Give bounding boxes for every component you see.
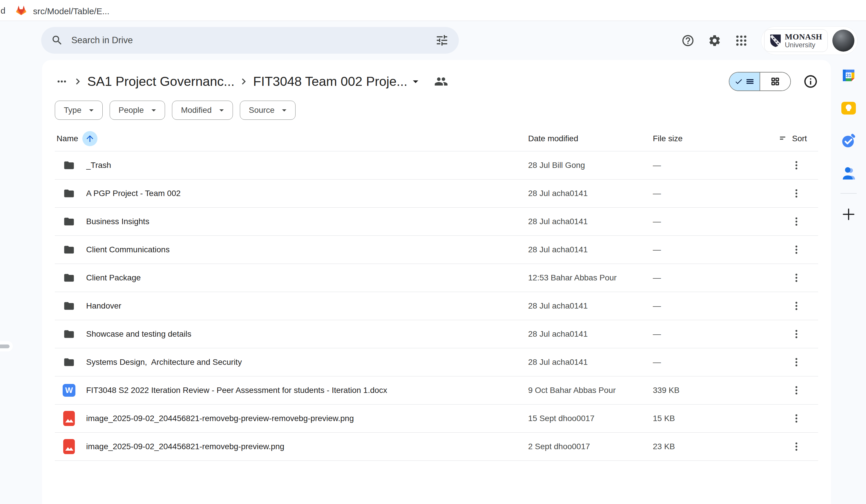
table-row[interactable]: Showcase and testing details28 Jul acha0… [55,320,818,348]
file-size: — [653,217,775,226]
table-row[interactable]: image_2025-09-02_204456821-removebg-prev… [55,404,818,433]
file-name: _Trash [86,161,111,170]
filter-chip-modified[interactable]: Modified [172,101,233,120]
file-name: image_2025-09-02_204456821-removebg-prev… [86,414,354,423]
row-menu-cell [775,158,818,173]
more-vert-icon[interactable] [789,158,804,173]
breadcrumb: SA1 Project Governanc... FIT3048 Team 00… [55,67,818,96]
account-pill: MONASH University [761,27,857,55]
filter-chips: Type People Modified Source [55,101,296,120]
dropdown-caret-icon [148,105,159,115]
chevron-right-icon [71,75,85,88]
file-name: FIT3048 S2 2022 Iteration Review - Peer … [86,386,387,395]
filter-chip-type[interactable]: Type [55,101,103,120]
gear-icon[interactable] [708,34,721,47]
more-vert-icon[interactable] [789,439,804,454]
column-header-size[interactable]: File size [653,134,775,143]
apps-grid-icon[interactable] [735,34,748,47]
file-name: Client Communications [86,245,170,254]
table-row[interactable]: Handover28 Jul acha0141— [55,292,818,320]
file-size: — [653,189,775,198]
table-body: _Trash28 Jul Bill Gong—A PGP Project - T… [55,152,818,461]
file-name-cell: Systems Design, Architecture and Securit… [55,356,528,369]
sort-icon [779,134,789,144]
list-view-toggle[interactable] [730,72,760,90]
header-actions: MONASH University [681,25,857,56]
info-icon[interactable] [803,74,818,89]
table-row[interactable]: Systems Design, Architecture and Securit… [55,348,818,377]
folder-icon [62,215,76,228]
breadcrumb-more-icon[interactable] [55,75,69,88]
table-row[interactable]: Client Communications28 Jul acha0141— [55,236,818,264]
file-size: — [653,161,775,170]
org-name-line2: University [785,42,822,48]
more-vert-icon[interactable] [789,214,804,229]
content-card: SA1 Project Governanc... FIT3048 Team 00… [42,60,831,504]
folder-icon [62,356,76,369]
file-name-cell: A PGP Project - Team 002 [55,187,528,200]
file-size: 15 KB [653,414,775,423]
search-bar[interactable] [41,27,459,54]
table-row[interactable]: A PGP Project - Team 00228 Jul acha0141— [55,179,818,208]
column-header-name[interactable]: Name [55,131,528,146]
date-modified: 28 Jul acha0141 [528,217,653,226]
dropdown-caret-icon [216,105,227,115]
file-name: image_2025-09-02_204456821-removebg-prev… [86,442,284,451]
folder-icon [62,187,76,200]
more-vert-icon[interactable] [789,186,804,201]
plus-icon[interactable] [841,206,857,222]
file-name: Client Package [86,273,141,282]
sort-arrow-up-icon[interactable] [82,131,98,146]
file-size: 23 KB [653,442,775,451]
more-vert-icon[interactable] [789,411,804,426]
google-drive-page: { "browser": { "tab_fragment": "d", "tab… [0,0,866,504]
svg-text:31: 31 [846,73,851,78]
row-menu-cell [775,214,818,229]
avatar[interactable] [832,30,854,52]
people-icon[interactable] [434,75,448,88]
file-name: Business Insights [86,217,149,226]
search-input[interactable] [71,35,435,46]
filter-chip-people[interactable]: People [110,101,165,120]
date-modified: 28 Jul acha0141 [528,189,653,198]
date-modified: 28 Jul acha0141 [528,245,653,254]
breadcrumb-parent[interactable]: SA1 Project Governanc... [87,74,235,89]
gitlab-favicon [15,5,27,16]
grid-view-toggle[interactable] [760,72,790,90]
table-row[interactable]: Client Package12:53 Bahar Abbas Pour— [55,264,818,292]
calendar-icon[interactable]: 31 [841,67,857,83]
more-vert-icon[interactable] [789,326,804,341]
filter-chip-source[interactable]: Source [240,101,296,120]
tune-icon[interactable] [435,33,449,47]
table-row[interactable]: Business Insights28 Jul acha0141— [55,208,818,236]
table-row[interactable]: WFIT3048 S2 2022 Iteration Review - Peer… [55,377,818,404]
more-vert-icon[interactable] [789,383,804,398]
table-row[interactable]: image_2025-09-02_204456821-removebg-prev… [55,433,818,461]
table-row[interactable]: _Trash28 Jul Bill Gong— [55,152,818,179]
contacts-icon[interactable] [841,166,857,182]
file-name: A PGP Project - Team 002 [86,189,181,198]
sort-button[interactable]: Sort [775,134,818,144]
side-panel-rail: 31 [831,60,866,222]
keep-icon[interactable] [841,100,857,116]
file-name-cell: Client Package [55,271,528,284]
tasks-icon[interactable] [841,133,857,149]
file-name-cell: image_2025-09-02_204456821-removebg-prev… [55,440,528,453]
row-menu-cell [775,242,818,257]
more-vert-icon[interactable] [789,355,804,370]
file-size: — [653,245,775,254]
help-icon[interactable] [681,34,695,47]
more-vert-icon[interactable] [789,242,804,257]
more-vert-icon[interactable] [789,299,804,313]
column-header-modified[interactable]: Date modified [528,134,653,143]
more-vert-icon[interactable] [789,270,804,285]
layout-toggle [729,72,791,91]
file-name-cell: WFIT3048 S2 2022 Iteration Review - Peer… [55,384,528,397]
date-modified: 28 Jul Bill Gong [528,161,653,170]
search-icon[interactable] [51,34,63,46]
dropdown-caret-icon[interactable] [409,75,422,88]
browser-tab-title[interactable]: src/Model/Table/E... [33,7,109,16]
folder-icon [62,159,76,172]
breadcrumb-current[interactable]: FIT3048 Team 002 Proje... [253,74,408,89]
panel-drag-handle[interactable] [0,341,13,351]
